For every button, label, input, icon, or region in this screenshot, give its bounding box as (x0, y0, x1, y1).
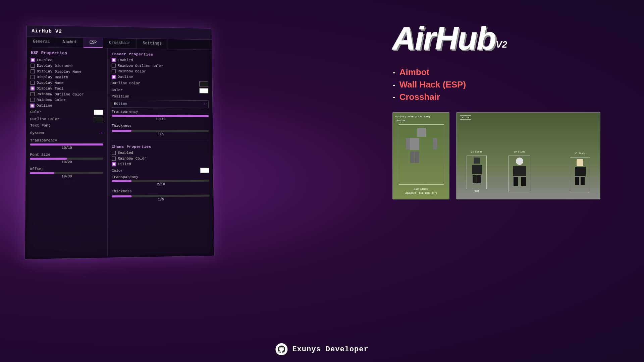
chams-enabled-checkbox[interactable] (112, 151, 116, 155)
feature-text-2: Crosshair (399, 92, 440, 102)
char-torso-2 (513, 166, 526, 176)
feature-text-1: Wall Hack (ESP) (399, 79, 466, 90)
tracer-transparency-slider[interactable]: Transparency 10/10 (112, 110, 209, 121)
font-size-track[interactable] (30, 158, 103, 160)
tab-crosshair[interactable]: Crosshair (103, 38, 137, 49)
char-torso-3 (575, 167, 586, 176)
logo-version: V2 (496, 39, 507, 50)
esp-transparency-track[interactable] (30, 143, 103, 145)
esp-outline-checkbox[interactable] (30, 104, 34, 108)
chams-color-label: Color (112, 169, 123, 173)
tracer-position-value: Bottom (114, 102, 127, 106)
char-leg-right (415, 152, 419, 163)
tracer-color-swatch[interactable] (199, 88, 208, 94)
tab-general[interactable]: General (27, 37, 57, 47)
tab-settings[interactable]: Settings (137, 39, 168, 49)
esp-enabled-row[interactable]: Enabled (31, 58, 103, 63)
display-tool-checkbox[interactable] (31, 86, 35, 90)
game-player-1-studs: 25 Studs (471, 150, 482, 153)
tracer-rainbow-color-checkbox[interactable] (112, 69, 116, 73)
game-player-1-box (467, 156, 487, 189)
display-display-name-checkbox[interactable] (31, 69, 35, 73)
font-size-slider[interactable]: Font Size 10/20 (30, 153, 103, 164)
tracer-rainbow-outline-row[interactable]: Rainbow Outline Color (112, 64, 208, 69)
chams-filled-checkbox[interactable] (112, 162, 116, 166)
esp-transparency-fill (30, 143, 103, 145)
esp-player-box (399, 124, 444, 185)
esp-enabled-checkbox[interactable] (31, 58, 35, 62)
esp-health-label: 100/100 (395, 119, 405, 122)
esp-color-label: Color (30, 110, 42, 114)
tracer-outline-checkbox[interactable] (112, 75, 116, 79)
chams-filled-row[interactable]: Filled (112, 162, 209, 166)
esp-outline-color-swatch[interactable] (94, 117, 103, 122)
content-area: ESP Properties Enabled Display Distance … (25, 47, 214, 258)
text-font-plus-btn[interactable]: + (100, 130, 103, 136)
display-distance-checkbox[interactable] (31, 64, 35, 68)
display-health-row[interactable]: Display Health (31, 75, 103, 80)
char-leg-r-1 (477, 175, 481, 183)
game-player-3: 36 Studs (570, 157, 590, 192)
char-head-1 (474, 158, 480, 164)
chams-rainbow-color-row[interactable]: Rainbow Color (112, 156, 209, 161)
char-leg-r-2 (521, 177, 526, 186)
tab-esp[interactable]: ESP (84, 38, 103, 48)
rainbow-outline-color-row[interactable]: Rainbow Outline Color (31, 92, 103, 97)
offset-slider[interactable]: Offset 10/30 (30, 167, 103, 179)
esp-transparency-slider[interactable]: Transparency 10/10 (30, 138, 103, 150)
offset-track[interactable] (30, 172, 103, 174)
char-torso-1 (472, 165, 482, 174)
chams-thickness-section: Thickness 1/5 (112, 189, 210, 202)
tracer-outline-color-swatch[interactable] (199, 81, 208, 86)
tracer-rainbow-outline-checkbox[interactable] (112, 64, 116, 68)
game-player-1-name: Push (467, 190, 487, 192)
tracer-transparency-track[interactable] (112, 115, 209, 117)
chams-color-swatch[interactable] (200, 168, 209, 173)
tracer-enabled-row[interactable]: Enabled (112, 58, 208, 63)
feature-item-1: - Wall Hack (ESP) (392, 79, 627, 90)
rainbow-color-checkbox[interactable] (30, 98, 34, 102)
esp-outline-color-label: Outline Color (30, 117, 60, 121)
chams-transparency-fill (112, 180, 131, 182)
chams-enabled-row[interactable]: Enabled (112, 151, 209, 155)
tab-aimbot[interactable]: Aimbot (56, 37, 84, 48)
char-arm-right (433, 138, 437, 149)
tracer-thickness-track[interactable] (112, 130, 209, 132)
tracer-enabled-checkbox[interactable] (112, 58, 116, 62)
chams-transparency-track[interactable] (112, 180, 209, 182)
tracer-thickness-row: Thickness (112, 124, 209, 129)
footer-area: Exunys Developer (275, 343, 368, 355)
rainbow-color-row[interactable]: Rainbow Color (30, 98, 103, 102)
chams-thickness-track[interactable] (112, 195, 210, 198)
esp-outline-row[interactable]: Outline (30, 104, 103, 108)
char-leg-l-3 (575, 177, 579, 185)
tracer-rainbow-color-row[interactable]: Rainbow Color (112, 69, 208, 74)
chams-transparency-slider[interactable]: Transparency 2/10 (112, 175, 209, 187)
rainbow-outline-color-checkbox[interactable] (31, 92, 35, 96)
display-health-checkbox[interactable] (31, 75, 35, 79)
esp-studs-label: 100 Studs (414, 188, 428, 190)
game-player-2-box (508, 156, 530, 192)
logo-text: AirHub (392, 20, 496, 57)
display-name-checkbox[interactable] (31, 81, 35, 85)
text-font-label: Text Font (30, 123, 51, 127)
feature-item-0: - Aimbot (392, 67, 627, 77)
char-head (417, 128, 426, 137)
esp-outline-label: Outline (37, 104, 52, 108)
chams-rainbow-color-checkbox[interactable] (112, 157, 116, 161)
display-display-name-row[interactable]: Display Display Name (31, 69, 103, 74)
esp-outline-color-row: Outline Color (30, 116, 103, 122)
feature-list: - Aimbot - Wall Hack (ESP) - Crosshair (392, 67, 627, 102)
display-health-label: Display Health (37, 75, 68, 79)
tracer-section: Tracer Properties Enabled Rainbow Outlin… (112, 52, 209, 136)
tracer-outline-row[interactable]: Outline (112, 75, 208, 80)
chams-thickness-label: Thickness (112, 189, 132, 193)
display-name-row[interactable]: Display Name (31, 81, 103, 85)
chams-color-row: Color (112, 168, 209, 173)
game-player-2-studs: 29 Studs (514, 150, 525, 153)
esp-color-swatch[interactable] (94, 110, 103, 115)
display-distance-row[interactable]: Display Distance (31, 64, 103, 68)
char-leg-left (410, 152, 415, 163)
display-tool-row[interactable]: Display Tool (31, 86, 103, 91)
tracer-position-plus[interactable]: + (204, 102, 206, 107)
